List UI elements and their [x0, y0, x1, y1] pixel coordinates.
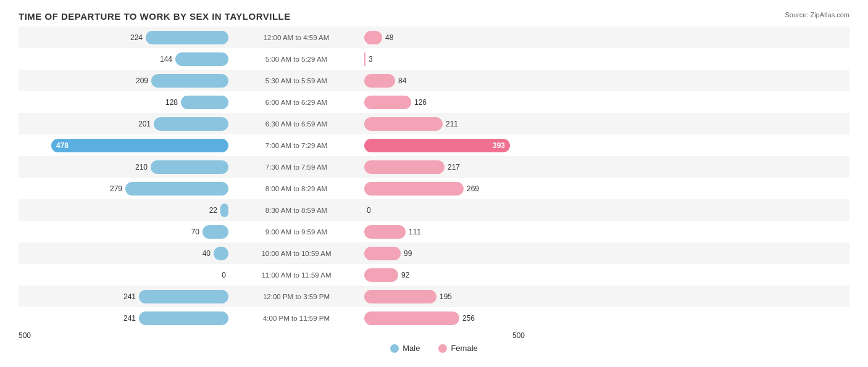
male-bar: 128	[181, 96, 228, 109]
male-value: 224	[130, 33, 143, 42]
male-dot	[390, 344, 399, 353]
female-bar: 195	[364, 290, 436, 303]
left-bar-zone: 201	[19, 113, 228, 134]
male-value: 241	[123, 314, 136, 323]
time-label: 5:30 AM to 5:59 AM	[228, 77, 364, 85]
time-label: 11:00 AM to 11:59 AM	[228, 271, 364, 279]
female-value: 92	[401, 271, 409, 279]
female-value: 211	[446, 120, 458, 128]
male-value: 241	[123, 292, 136, 301]
male-value: 144	[160, 55, 172, 64]
time-label: 8:00 AM to 8:29 AM	[228, 185, 364, 192]
time-label: 5:00 AM to 5:29 AM	[228, 56, 364, 63]
chart-container: TIME OF DEPARTURE TO WORK BY SEX IN TAYL…	[0, 0, 868, 367]
chart-row: 22 8:30 AM to 8:59 AM 0	[19, 199, 849, 221]
male-bar: 70	[202, 225, 228, 239]
right-bar-zone: 126	[364, 91, 574, 113]
left-bar-zone: 209	[19, 70, 228, 91]
male-value: 0	[222, 271, 226, 279]
right-bar-zone: 0	[364, 199, 574, 221]
time-label: 6:30 AM to 6:59 AM	[228, 120, 364, 128]
male-value: 22	[209, 206, 217, 215]
right-bar-zone: 195	[364, 286, 574, 307]
chart-row: 241 4:00 PM to 11:59 PM 256	[19, 307, 849, 329]
axis-left: 500	[19, 331, 204, 340]
male-label: Male	[403, 344, 420, 353]
left-bar-zone: 279	[19, 178, 228, 199]
female-bar: 256	[364, 311, 459, 325]
male-bar: 241	[139, 311, 228, 325]
right-bar-zone: 393	[364, 134, 574, 156]
time-label: 10:00 AM to 10:59 AM	[228, 250, 364, 257]
time-label: 9:00 AM to 9:59 AM	[228, 228, 364, 236]
female-value: 111	[409, 228, 421, 236]
male-bar: 224	[146, 31, 228, 44]
male-bar: 144	[175, 52, 228, 66]
chart-row: 209 5:30 AM to 5:59 AM 84	[19, 70, 849, 91]
female-value: 256	[462, 314, 475, 323]
male-value: 128	[165, 98, 178, 107]
right-bar-zone: 111	[364, 221, 574, 242]
female-dot	[438, 344, 447, 353]
time-label: 4:00 PM to 11:59 PM	[228, 315, 364, 322]
left-bar-zone: 241	[19, 307, 228, 329]
male-bar: 22	[220, 204, 228, 217]
chart-row: 128 6:00 AM to 6:29 AM 126	[19, 91, 849, 113]
time-label: 7:30 AM to 7:59 AM	[228, 163, 364, 171]
female-value: 217	[448, 163, 460, 171]
left-bar-zone: 241	[19, 286, 228, 307]
right-bar-zone: 256	[364, 307, 574, 329]
left-bar-zone: 0	[19, 264, 228, 286]
male-bar: 478	[51, 139, 228, 152]
chart-row: 40 10:00 AM to 10:59 AM 99	[19, 242, 849, 264]
female-bar: 99	[364, 247, 401, 260]
time-label: 8:30 AM to 8:59 AM	[228, 207, 364, 214]
female-bar: 393	[364, 139, 510, 152]
time-label: 12:00 AM to 4:59 AM	[228, 34, 364, 41]
chart-row: 210 7:30 AM to 7:59 AM 217	[19, 156, 849, 178]
right-bar-zone: 99	[364, 242, 574, 264]
female-bar: 48	[364, 31, 382, 44]
female-value: 195	[440, 292, 452, 301]
right-bar-zone: 48	[364, 27, 574, 48]
axis-row: 500 500	[19, 331, 849, 340]
male-bar: 210	[151, 160, 228, 174]
left-bar-zone: 210	[19, 156, 228, 178]
left-bar-zone: 70	[19, 221, 228, 242]
chart-row: 70 9:00 AM to 9:59 AM 111	[19, 221, 849, 242]
chart-row: 144 5:00 AM to 5:29 AM 3	[19, 48, 849, 70]
female-bar: 211	[364, 117, 443, 131]
time-label: 6:00 AM to 6:29 AM	[228, 99, 364, 106]
right-bar-zone: 84	[364, 70, 574, 91]
male-value: 279	[110, 184, 122, 193]
left-bar-zone: 224	[19, 27, 228, 48]
axis-right: 500	[340, 331, 525, 340]
female-value: 393	[493, 141, 505, 150]
female-bar: 92	[364, 268, 398, 282]
female-value: 3	[369, 55, 373, 64]
male-bar: 241	[139, 290, 228, 303]
female-bar: 217	[364, 160, 444, 174]
female-value: 0	[367, 206, 371, 215]
female-bar: 269	[364, 182, 464, 196]
time-label: 7:00 AM to 7:29 AM	[228, 142, 364, 149]
chart-row: 241 12:00 PM to 3:59 PM 195	[19, 286, 849, 307]
chart-title: TIME OF DEPARTURE TO WORK BY SEX IN TAYL…	[19, 11, 849, 22]
male-bar: 201	[154, 117, 228, 131]
chart-row: 478 7:00 AM to 7:29 AM 393	[19, 134, 849, 156]
legend-male: Male	[390, 344, 420, 353]
left-bar-zone: 478	[19, 134, 228, 156]
male-value: 201	[138, 120, 151, 128]
female-label: Female	[451, 344, 477, 353]
female-value: 126	[414, 98, 427, 107]
right-bar-zone: 269	[364, 178, 574, 199]
female-bar: 111	[364, 225, 406, 239]
male-value: 478	[56, 141, 69, 150]
right-bar-zone: 211	[364, 113, 574, 134]
female-value: 269	[467, 184, 479, 193]
female-bar: 126	[364, 96, 411, 109]
chart-row: 201 6:30 AM to 6:59 AM 211	[19, 113, 849, 134]
female-bar: 84	[364, 74, 395, 88]
male-value: 210	[135, 163, 148, 171]
female-value: 99	[404, 249, 412, 258]
